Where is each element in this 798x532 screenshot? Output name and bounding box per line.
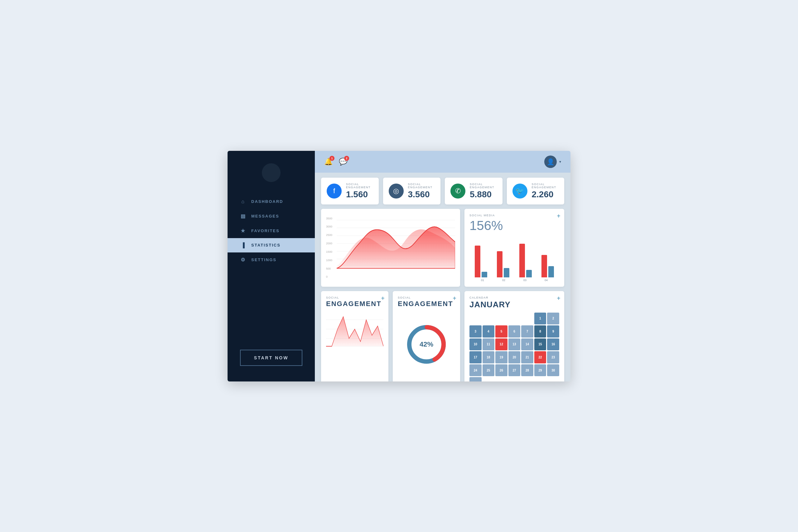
avatar: 👤 — [544, 155, 557, 168]
stat-card-instagram: ◎ SOCIAL ENGAGEMENT 3.560 — [383, 178, 441, 205]
area-chart-card: 3500 3000 2500 2000 1500 1000 500 0 — [321, 209, 460, 287]
cal-cell[interactable]: 13 — [508, 339, 520, 350]
cal-cell[interactable]: 19 — [495, 351, 508, 363]
cal-cell[interactable]: 22 — [534, 351, 547, 363]
cal-cell — [521, 312, 533, 325]
mid-row: 3500 3000 2500 2000 1500 1000 500 0 — [321, 209, 564, 287]
cal-cell[interactable]: 9 — [547, 325, 559, 338]
sidebar-item-dashboard[interactable]: ⌂ DASHBOARD — [228, 194, 315, 209]
cal-cell[interactable]: 4 — [482, 325, 495, 338]
sidebar-item-label: STATISTICS — [251, 243, 281, 247]
bar-x-label: 04 — [535, 279, 557, 282]
cal-cell[interactable]: 25 — [482, 364, 495, 377]
social-media-card: + SOCIAL MEDIA 156% 01020304 — [464, 209, 564, 287]
cal-cell[interactable]: 2 — [547, 312, 559, 325]
chevron-down-icon: ▾ — [559, 159, 561, 164]
cal-cell[interactable]: 18 — [482, 351, 495, 363]
line-engagement-card: + SOCIAL ENGAGEMENT — [321, 291, 388, 381]
main-panel: 🔔 1 💬 2 👤 ▾ f SOCIAL ENGAG — [315, 151, 570, 381]
cal-cell[interactable]: 12 — [495, 339, 508, 350]
instagram-icon-circle: ◎ — [389, 184, 404, 198]
whatsapp-stat-info: SOCIAL ENGAGEMENT 5.880 — [470, 183, 497, 200]
stat-value: 1.560 — [346, 189, 373, 200]
cal-cell[interactable]: 24 — [470, 364, 481, 377]
calendar-add-icon[interactable]: + — [557, 295, 560, 302]
bar-red — [542, 255, 547, 278]
sidebar-item-label: MESSAGES — [251, 214, 279, 218]
sidebar-item-favorites[interactable]: ★ FAVORITES — [228, 224, 315, 238]
sidebar-nav: ⌂ DASHBOARD ▤ MESSAGES ★ FAVORITES ▐ STA… — [228, 194, 315, 343]
bar-red — [497, 251, 502, 278]
bar-chart — [470, 237, 559, 278]
area-chart-svg — [337, 214, 455, 270]
donut-engagement-add-icon[interactable]: + — [453, 295, 456, 302]
bar-blue — [526, 270, 532, 278]
cal-cell[interactable]: 17 — [470, 351, 481, 363]
donut-engagement-title: ENGAGEMENT — [398, 300, 455, 308]
cal-cell[interactable]: 29 — [534, 364, 547, 377]
bar-group — [472, 240, 490, 278]
sidebar-item-statistics[interactable]: ▐ STATISTICS — [228, 238, 315, 252]
chat-icon-wrap[interactable]: 💬 2 — [339, 158, 347, 166]
cal-cell[interactable]: 28 — [521, 364, 533, 377]
donut-chart-wrap: 42% — [398, 310, 455, 379]
whatsapp-icon: ✆ — [455, 187, 461, 195]
stat-label: SOCIAL ENGAGEMENT — [470, 183, 497, 189]
bar-x-label: 02 — [493, 279, 514, 282]
line-engagement-add-icon[interactable]: + — [381, 295, 385, 302]
twitter-icon-circle: 🐦 — [512, 184, 528, 198]
calendar-label: CALENDAR — [470, 296, 559, 299]
bar-red — [475, 246, 480, 278]
donut-engagement-card: + SOCIAL ENGAGEMENT 42% — [393, 291, 460, 381]
cal-cell[interactable]: 8 — [534, 325, 547, 338]
sidebar-item-label: DASHBOARD — [251, 199, 283, 204]
line-engagement-title: ENGAGEMENT — [326, 300, 383, 308]
notification-bell-wrap[interactable]: 🔔 1 — [324, 158, 332, 166]
cal-cell[interactable]: 15 — [534, 339, 547, 350]
cal-cell[interactable]: 27 — [508, 364, 520, 377]
bar-red — [519, 244, 525, 278]
bar-blue — [481, 272, 487, 278]
cal-cell[interactable]: 30 — [547, 364, 559, 377]
cal-cell[interactable]: 10 — [470, 339, 481, 350]
cal-cell[interactable]: 23 — [547, 351, 559, 363]
cal-cell[interactable]: 7 — [521, 325, 533, 338]
y-axis: 3500 3000 2500 2000 1500 1000 500 0 — [326, 214, 337, 282]
cal-cell[interactable]: 26 — [495, 364, 508, 377]
sidebar-item-settings[interactable]: ⚙ SETTINGS — [228, 252, 315, 267]
main-content: f SOCIAL ENGAGEMENT 1.560 ◎ SOCIAL ENGAG… — [315, 173, 570, 381]
cal-cell[interactable]: 16 — [547, 339, 559, 350]
bar-group — [516, 240, 535, 278]
cal-cell[interactable]: 6 — [508, 325, 520, 338]
user-menu[interactable]: 👤 ▾ — [544, 155, 561, 168]
social-media-add-icon[interactable]: + — [557, 212, 560, 220]
facebook-stat-info: SOCIAL ENGAGEMENT 1.560 — [346, 183, 373, 200]
cal-cell[interactable]: 11 — [482, 339, 495, 350]
cal-cell[interactable]: 3 — [470, 325, 481, 338]
bottom-row: + SOCIAL ENGAGEMENT — [321, 291, 564, 381]
cal-cell[interactable]: 14 — [521, 339, 533, 350]
bar-group — [494, 240, 512, 278]
stat-label: SOCIAL ENGAGEMENT — [408, 183, 435, 189]
sidebar-logo — [262, 163, 281, 182]
twitter-icon: 🐦 — [516, 187, 524, 195]
cal-cell[interactable]: 5 — [495, 325, 508, 338]
stat-value: 2.260 — [532, 189, 559, 200]
sidebar-item-messages[interactable]: ▤ MESSAGES — [228, 209, 315, 224]
line-chart-svg — [326, 310, 383, 351]
cal-cell[interactable]: 20 — [508, 351, 520, 363]
cal-cell[interactable]: 31 — [470, 377, 481, 381]
stat-card-whatsapp: ✆ SOCIAL ENGAGEMENT 5.880 — [445, 178, 502, 205]
donut-chart-svg: 42% — [405, 323, 448, 366]
start-now-button[interactable]: START NOW — [240, 350, 302, 366]
cal-cell[interactable]: 21 — [521, 351, 533, 363]
stats-row: f SOCIAL ENGAGEMENT 1.560 ◎ SOCIAL ENGAG… — [321, 178, 564, 205]
app-wrapper: ⌂ DASHBOARD ▤ MESSAGES ★ FAVORITES ▐ STA… — [228, 151, 570, 381]
cal-cell[interactable]: 1 — [534, 312, 547, 325]
cal-cell — [470, 312, 481, 325]
whatsapp-icon-circle: ✆ — [451, 184, 466, 198]
header-left: 🔔 1 💬 2 — [324, 158, 347, 166]
stat-card-twitter: 🐦 SOCIAL ENGAGEMENT 2.260 — [507, 178, 565, 205]
statistics-icon: ▐ — [240, 243, 246, 248]
cal-cell — [482, 377, 495, 381]
